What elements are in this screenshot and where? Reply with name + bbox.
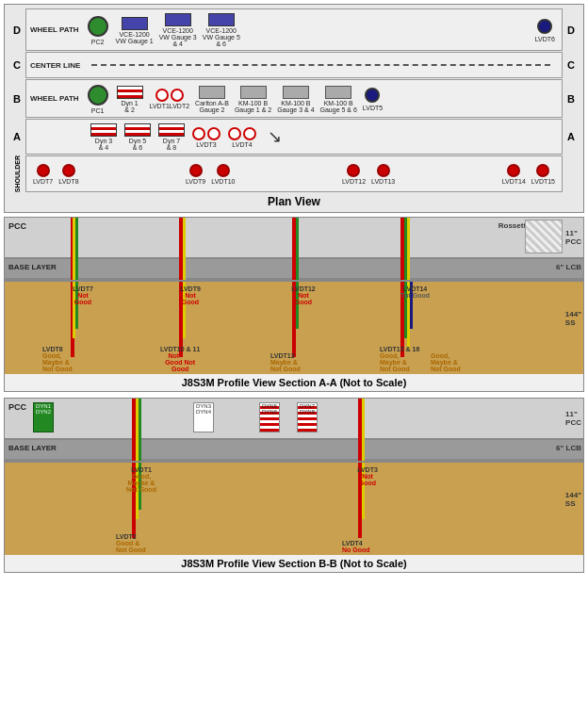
lvdt3-label: LVDT3 <box>196 141 216 148</box>
lvdt2-bottom-label: LVDT2Good &Not Good <box>116 533 146 553</box>
pcc-layer-aa: PCC Rossettes 11"PCC <box>5 218 583 259</box>
lvdt9s-circle <box>189 164 203 177</box>
bar-lvdt14-yb <box>407 259 410 280</box>
km56-label: KM-100 BGauge 5 & 6 <box>320 100 357 113</box>
soil-layer-bb: 144"SS LVDT1Good,Maybe &Not Good LVDT3No… <box>5 461 583 555</box>
lvdt4-bottom-label: LVDT4No Good <box>342 540 370 553</box>
profile-bb-title: J8S3M Profile View Section B-B (Not to S… <box>5 555 583 572</box>
base-dim-aa: 6" LCB <box>556 263 581 271</box>
plan-row-a: A Dyn 3& 4 Dyn 5& 6 <box>8 119 580 155</box>
lvdt14-top-label: LVDT14Tnt Good <box>389 285 441 299</box>
lvdt5-group: LVDT5 <box>363 86 383 111</box>
plan-row-c: C CENTER LINE C <box>8 52 580 78</box>
bar-lvdt12-g <box>296 218 299 259</box>
carlton-rect <box>199 86 225 99</box>
center-line-label: CENTER LINE <box>30 61 80 70</box>
bar-lvdt3-y <box>362 399 365 440</box>
lvdt10s-group: LVDT10 <box>211 163 235 185</box>
pc2-label: PC2 <box>91 39 105 45</box>
pcc-dim-aa: 11"PCC <box>565 229 581 246</box>
base-dim-bb: 6" LCB <box>556 444 581 452</box>
lvdt15s-group: LVDT15 <box>531 163 555 185</box>
row-letter-d-right: D <box>563 8 580 51</box>
lvdt12s-circle <box>347 164 360 177</box>
vce5-rect <box>208 13 235 26</box>
base-layer-bb: BASE LAYER 6" LCB <box>5 440 583 461</box>
profile-bb-inner: PCC 11"PCC DYN1DYN2 DYN3DYN4 DYN5DYN6 DY… <box>5 399 583 555</box>
plan-outer: D WHEEL PATH PC2 VCE-1200VW Gauge 1 VCE-… <box>8 8 580 193</box>
dyn5-box: DYN5DYN6 <box>259 402 280 432</box>
lvdt13-bottom-label: LVDT13Maybe &Not Good <box>270 352 301 372</box>
page-container: D WHEEL PATH PC2 VCE-1200VW Gauge 1 VCE-… <box>0 0 588 582</box>
row-letter-a-left: A <box>8 119 25 155</box>
lvdt13s-label: LVDT13 <box>371 178 395 185</box>
dyn1-box: DYN1DYN2 <box>33 402 54 432</box>
profile-aa-title: J8S3M Profile View Section A-A (Not to S… <box>5 374 583 391</box>
vce1-label: VCE-1200VW Gauge 1 <box>116 31 154 44</box>
vce1-group: VCE-1200VW Gauge 1 <box>116 16 154 44</box>
pcc-dim-bb: 11"PCC <box>565 410 581 427</box>
km34-group: KM-100 BGauge 3 & 4 <box>277 85 314 113</box>
vce5-group: VCE-1200VW Gauge 5& 6 <box>203 12 240 47</box>
lvdt9s-group: LVDT9 <box>186 163 205 185</box>
lvdt2-circle <box>171 89 184 102</box>
lvdt4-label: LVDT4 <box>232 141 252 148</box>
lvdt8s-circle <box>62 164 75 177</box>
profile-bb-section: PCC 11"PCC DYN1DYN2 DYN3DYN4 DYN5DYN6 DY… <box>4 398 584 573</box>
row-a-content: Dyn 3& 4 Dyn 5& 6 Dyn 7& 8 <box>25 119 563 155</box>
lvdt4-circle <box>228 127 241 140</box>
plan-row-b: B WHEEL PATH PC1 Dyn 1& 2 <box>8 79 580 118</box>
vce3-label: VCE-1200VW Gauge 3& 4 <box>159 27 197 47</box>
lvdt12-top-label: LVDT12NotGood <box>280 285 327 305</box>
dyn78-label: Dyn 7& 8 <box>163 138 180 151</box>
bar-lvdt9-y <box>183 218 186 259</box>
lvdt8s-label: LVDT8 <box>58 178 78 185</box>
km34-rect <box>283 86 309 99</box>
bar-lvdt7-gb <box>75 259 78 280</box>
dyn7-box: DYN7DYN8 <box>297 402 318 432</box>
lvdt10s-circle <box>217 164 230 177</box>
base-label-bb: BASE LAYER <box>8 444 57 452</box>
lvdt7s-label: LVDT7 <box>33 178 53 185</box>
row-letter-c-left: C <box>8 52 25 78</box>
pc1-circle <box>88 85 108 106</box>
row-letter-shoulder: SHOULDER <box>8 155 25 192</box>
pcc-label-bb: PCC <box>8 402 26 412</box>
base-label-aa: BASE LAYER <box>8 263 57 271</box>
plan-row-d: D WHEEL PATH PC2 VCE-1200VW Gauge 1 VCE-… <box>8 8 580 51</box>
pc2-circle <box>88 16 108 37</box>
lvdt13s-group: LVDT13 <box>371 163 395 185</box>
bar-lvdt12-gb <box>296 259 299 280</box>
bar-lvdt7-g <box>75 218 78 259</box>
dyn56-rect <box>124 123 151 137</box>
arrow-indicator: ↘ <box>268 126 282 147</box>
lvdt15s-label: LVDT15 <box>531 178 555 185</box>
row-b-content: WHEEL PATH PC1 Dyn 1& 2 LVD <box>25 79 563 118</box>
lvdt14s-label: LVDT14 <box>502 178 526 185</box>
bar-lvdt14-y <box>407 218 410 259</box>
km56-group: KM-100 BGauge 5 & 6 <box>320 85 357 113</box>
carlton-label: Carlton A-BGauge 2 <box>195 100 229 113</box>
lvdt9s-label: LVDT9 <box>186 178 205 185</box>
wheel-path-label-bottom: WHEEL PATH <box>30 94 79 103</box>
lvdt5-label: LVDT5 <box>363 105 383 111</box>
lvdt7s-group: LVDT7 <box>33 163 53 185</box>
dyn34-rect <box>90 123 117 137</box>
row-letter-c-right: C <box>563 52 580 78</box>
lvdt6-group: LVDT6 <box>535 17 555 42</box>
dyn78-group: Dyn 7& 8 <box>157 122 186 151</box>
row-letter-d-left: D <box>8 8 25 51</box>
plan-view-title: Plan View <box>8 195 580 208</box>
lvdt14s-circle <box>507 164 520 177</box>
pc2-group: PC2 <box>86 14 110 45</box>
lvdt8s-group: LVDT8 <box>58 163 78 185</box>
km12-label: KM-100 BGauge 1 & 2 <box>235 100 271 113</box>
dyn12-rect <box>117 86 143 99</box>
lvdt7-top-label: LVDT7NotGood <box>59 285 106 305</box>
lvdt3-top-label-bb: LVDT3NotGood <box>344 466 391 486</box>
dyn56-label: Dyn 5& 6 <box>129 138 146 151</box>
lvdt1-circle <box>155 89 169 102</box>
row-shoulder-content: LVDT7 LVDT8 LVDT9 LVDT10 <box>25 155 563 192</box>
dyn56-group: Dyn 5& 6 <box>123 122 152 151</box>
lvdt6-circle <box>537 19 552 34</box>
